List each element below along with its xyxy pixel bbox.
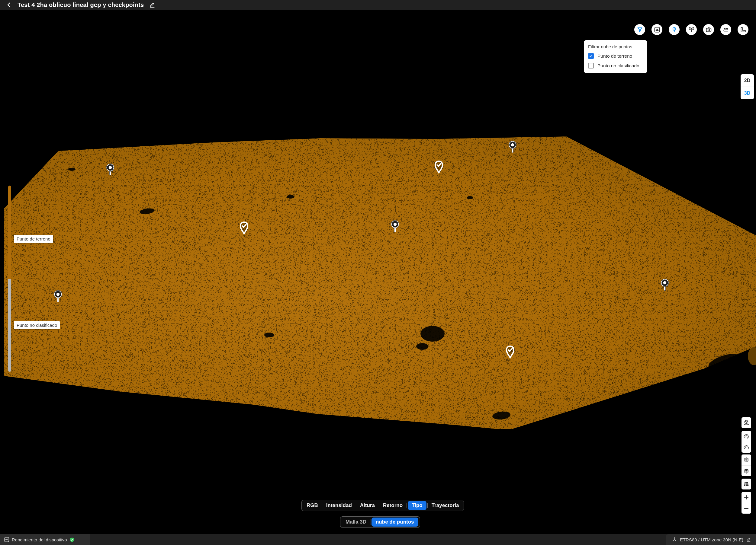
layer-malla-3d[interactable]: Malla 3D — [341, 517, 371, 527]
axis-icon — [672, 537, 677, 542]
render-mode-altura[interactable]: Altura — [356, 500, 379, 511]
crs-selector[interactable]: ETRS89 / UTM zone 30N (N-E) — [666, 534, 756, 545]
checkpoint-marker[interactable] — [433, 160, 444, 174]
elevation-chart-button[interactable] — [651, 24, 662, 35]
device-performance-label: Rendimiento del dispositivo — [12, 537, 67, 542]
filter-icon — [637, 27, 643, 33]
gcp-marker[interactable] — [390, 220, 401, 234]
filter-option-label: Punto no clasificado — [597, 63, 639, 69]
point-cloud-add-button[interactable] — [742, 431, 751, 442]
filter-option[interactable]: Punto no clasificado — [588, 63, 643, 69]
divider — [371, 519, 371, 525]
checkbox-checked-icon[interactable] — [588, 53, 594, 59]
divider — [407, 503, 407, 508]
zoom-out-button[interactable] — [742, 503, 751, 514]
status-bar: Rendimiento del dispositivo ETRS89 / UTM… — [0, 534, 756, 545]
viewer-stage: Punto de terreno Punto no clasificado Te… — [0, 0, 756, 545]
check-circle-icon — [69, 537, 75, 542]
flight-route-button[interactable] — [720, 24, 731, 35]
flight-route-icon — [723, 27, 729, 33]
gcp-marker-icon — [671, 27, 677, 33]
gcp-marker[interactable] — [659, 278, 670, 292]
view-toggle-2d[interactable]: 2D — [741, 74, 754, 87]
filter-option[interactable]: Punto de terreno — [588, 53, 643, 59]
tool-group — [742, 454, 751, 476]
legend-segment-terrain — [8, 186, 11, 279]
pencil-icon — [746, 537, 751, 542]
legend-label-terrain: Punto de terreno — [14, 235, 53, 243]
zoom-in-button[interactable] — [742, 492, 751, 503]
main-toolbar — [634, 24, 748, 35]
render-mode-switcher: RGBIntensidadAlturaRetornoTipoTrayectori… — [301, 500, 464, 511]
zoom-out-icon — [743, 505, 750, 512]
gcp-marker[interactable] — [105, 163, 116, 177]
edit-title-button[interactable] — [149, 1, 156, 8]
render-mode-retorno[interactable]: Retorno — [379, 500, 407, 511]
checkpoint-marker[interactable] — [239, 221, 249, 235]
legend-segment-unclassified — [8, 279, 11, 372]
render-mode-rgb[interactable]: RGB — [303, 500, 322, 511]
measure-icon — [740, 27, 746, 33]
chevron-left-icon — [6, 2, 12, 8]
viewport-tool-stack — [742, 417, 751, 514]
measure-button[interactable] — [738, 24, 748, 35]
layer-switcher: Malla 3Dnube de puntos — [340, 516, 420, 528]
view-toggle-3d[interactable]: 3D — [741, 87, 754, 99]
top-bar: Test 4 2ha oblicuo lineal gcp y checkpoi… — [0, 0, 756, 10]
cube-shaded-icon — [743, 468, 750, 474]
layer-nube-de-puntos[interactable]: nube de puntos — [372, 518, 418, 527]
gcp-marker-button[interactable] — [669, 24, 680, 35]
orbit-3d-button[interactable] — [742, 417, 751, 428]
filter-option-label: Punto de terreno — [597, 53, 632, 59]
tool-group — [742, 479, 751, 489]
view-dimension-toggle: 2D3D — [741, 74, 754, 99]
point-cloud-remove-icon — [743, 444, 750, 451]
pencil-icon — [149, 2, 156, 8]
camera-icon — [706, 27, 712, 33]
device-performance-button[interactable]: Rendimiento del dispositivo — [0, 534, 90, 545]
marker-layer — [0, 0, 756, 545]
rtk-signal-icon — [688, 27, 695, 33]
cube-solid-icon — [743, 457, 750, 463]
render-mode-trayectoria[interactable]: Trayectoria — [428, 500, 463, 511]
legend-label-unclassified: Punto no clasificado — [14, 321, 60, 329]
render-mode-tipo[interactable]: Tipo — [408, 501, 426, 510]
orbit-3d-icon — [743, 419, 750, 426]
filter-panel: Filtrar nube de puntos Punto de terrenoP… — [584, 40, 647, 73]
rtk-signal-button[interactable] — [686, 24, 697, 35]
tool-group — [742, 417, 751, 428]
elevation-chart-icon — [654, 27, 660, 33]
filter-button[interactable] — [634, 24, 645, 35]
filter-options: Punto de terrenoPunto no clasificado — [588, 53, 643, 69]
mesh-grid-button[interactable] — [742, 479, 751, 489]
cube-solid-button[interactable] — [742, 454, 751, 465]
mesh-grid-icon — [743, 481, 750, 487]
checkpoint-marker[interactable] — [505, 345, 516, 358]
back-button[interactable] — [5, 1, 13, 8]
camera-button[interactable] — [703, 24, 714, 35]
cube-shaded-button[interactable] — [742, 465, 751, 476]
checkbox-unchecked-icon[interactable] — [588, 63, 594, 69]
classification-legend-bar — [8, 186, 11, 372]
crs-label: ETRS89 / UTM zone 30N (N-E) — [680, 537, 743, 542]
tool-group — [742, 431, 751, 453]
project-title: Test 4 2ha oblicuo lineal gcp y checkpoi… — [18, 2, 144, 8]
filter-panel-title: Filtrar nube de puntos — [588, 44, 643, 49]
performance-icon — [4, 537, 9, 542]
point-cloud-add-icon — [743, 433, 750, 440]
point-cloud-remove-button[interactable] — [742, 442, 751, 453]
render-mode-intensidad[interactable]: Intensidad — [322, 500, 356, 511]
gcp-marker[interactable] — [507, 140, 518, 154]
zoom-in-icon — [743, 494, 750, 501]
tool-group — [742, 492, 751, 514]
gcp-marker[interactable] — [53, 290, 63, 303]
